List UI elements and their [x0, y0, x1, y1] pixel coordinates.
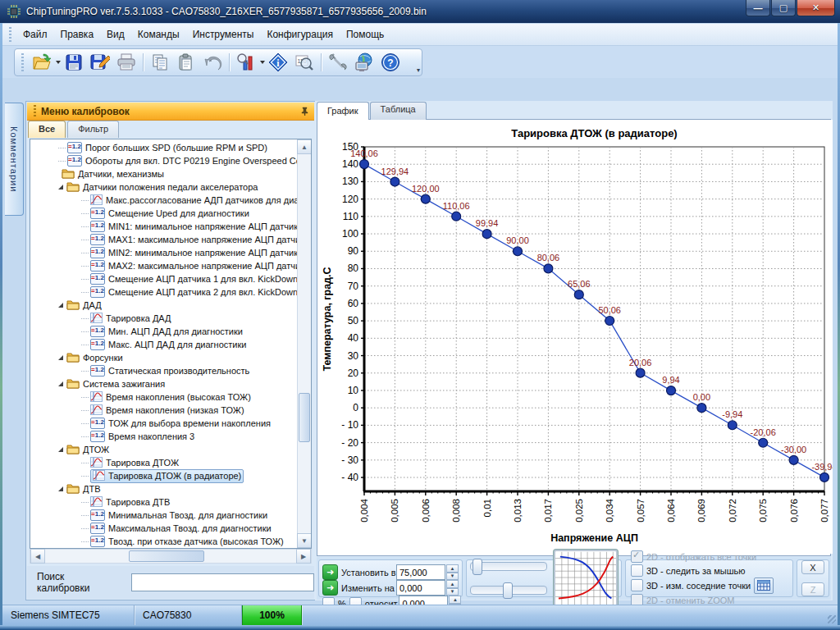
set-to-input[interactable]: [396, 564, 445, 580]
tree-item[interactable]: Тарировка ДТВ: [30, 495, 298, 509]
tree-item[interactable]: Время накопления (низкая ТОЖ): [30, 404, 298, 417]
slider-1-thumb[interactable]: [472, 559, 482, 575]
open-dropdown-caret[interactable]: [56, 61, 61, 64]
tree-item[interactable]: =1.2Минимальная Твозд. для диагностики: [30, 509, 298, 522]
tree-item[interactable]: =1.2Смещение АЦП датчика 1 для вкл. Kick…: [30, 272, 298, 285]
save-as-icon[interactable]: [89, 52, 112, 73]
tree-item[interactable]: =1.2Смещение АЦП датчика 2 для вкл. Kick…: [30, 285, 298, 299]
open-icon[interactable]: [30, 52, 53, 73]
tree-item[interactable]: =1.2Обороты для вкл. DTC P0219 Engine Ov…: [30, 154, 298, 167]
copy-icon[interactable]: [148, 52, 171, 73]
horizontal-scroll-thumb[interactable]: [129, 550, 204, 562]
vertical-scroll-thumb[interactable]: [299, 393, 310, 442]
menu-Правка[interactable]: Правка: [54, 25, 101, 43]
x-axis-button[interactable]: X: [801, 560, 824, 574]
chart-area[interactable]: 1501401301201101009080706050403020100- 1…: [317, 119, 831, 556]
tree-folder[interactable]: ДТВ: [30, 482, 298, 495]
tree-folder[interactable]: ДТОЖ: [30, 443, 298, 456]
z-axis-button[interactable]: Z: [801, 582, 824, 596]
menubar-grip[interactable]: [9, 27, 11, 42]
web-icon[interactable]: [353, 52, 376, 73]
tree-item[interactable]: =1.2Мин. АЦП ДАД для диагностики: [30, 325, 298, 338]
tree-item[interactable]: Тарировка ДАД: [30, 312, 298, 325]
menu-Вид[interactable]: Вид: [100, 25, 131, 43]
toolbar-overflow-button[interactable]: ▾: [417, 66, 420, 74]
tree-horizontal-scrollbar[interactable]: ◀ ▶: [30, 549, 312, 564]
tree-item[interactable]: =1.2Смещение Uped для диагностики: [30, 207, 298, 220]
tab-Все[interactable]: Все: [28, 121, 66, 138]
tree-vertical-scrollbar[interactable]: ▲ ▼: [297, 139, 311, 548]
scroll-down-button[interactable]: ▼: [297, 533, 312, 548]
menu-Файл[interactable]: Файл: [16, 25, 54, 43]
scroll-right-button[interactable]: ▶: [296, 549, 311, 564]
tree-item[interactable]: =1.2Статическая производительность: [30, 364, 298, 377]
slider-2[interactable]: [470, 586, 547, 595]
panel-header-grip[interactable]: [34, 105, 36, 117]
save-icon[interactable]: [62, 52, 85, 73]
expanded-arrow-icon[interactable]: [58, 185, 63, 189]
tree-item[interactable]: =1.2Твозд. при отказе датчика (высокая Т…: [30, 535, 298, 548]
scroll-up-button[interactable]: ▲: [297, 139, 312, 154]
help-icon[interactable]: ?: [379, 52, 402, 73]
apply-change-button[interactable]: ➜: [322, 580, 338, 596]
tree-folder[interactable]: Форсунки: [30, 351, 298, 364]
tree-item-label: ТОЖ для выбора времени накопления: [108, 418, 271, 428]
close-button[interactable]: ✕: [797, 0, 835, 16]
apply-set-button[interactable]: ➜: [322, 564, 338, 580]
tree-item[interactable]: Тарировка ДТОЖ: [30, 456, 298, 469]
tree-folder[interactable]: ДАД: [30, 299, 298, 312]
resize-grip[interactable]: [828, 615, 836, 623]
zoom-text-icon[interactable]: 110: [293, 52, 316, 73]
expanded-arrow-icon[interactable]: [58, 381, 63, 386]
tree-item[interactable]: =1.2Макс. АЦП ДАД для диагностики: [30, 338, 298, 351]
print-icon[interactable]: [115, 52, 138, 73]
tree-item[interactable]: =1.2MAX2: максимальное напряжение АЦП да…: [30, 259, 298, 272]
tree-item[interactable]: =1.2ТОЖ для выбора времени накопления: [30, 417, 298, 430]
paste-icon[interactable]: [175, 52, 198, 73]
expanded-arrow-icon[interactable]: [58, 486, 63, 491]
tree-item[interactable]: =1.2Порог больших SPD (большие RPM и SPD…: [30, 141, 298, 154]
expanded-arrow-icon[interactable]: [58, 303, 63, 308]
tools-icon[interactable]: [326, 52, 349, 73]
menu-Помощь[interactable]: Помощь: [340, 25, 390, 43]
pin-icon[interactable]: [298, 105, 311, 118]
info-icon[interactable]: i: [267, 52, 290, 73]
menu-Команды[interactable]: Команды: [131, 25, 186, 43]
comments-side-tab[interactable]: Комментарии: [5, 103, 24, 216]
checkbox-3D - следить за мышью[interactable]: [631, 564, 643, 577]
change-by-spinner[interactable]: ▲▼: [446, 580, 459, 596]
tree-folder[interactable]: Датчики положения педали акселератора: [30, 180, 298, 194]
tab-Таблица[interactable]: Таблица: [370, 102, 427, 120]
tree-item[interactable]: =1.2MIN1: минимальное напряжение АЦП дат…: [30, 220, 298, 233]
tab-График[interactable]: График: [317, 102, 369, 120]
expanded-arrow-icon[interactable]: [58, 355, 63, 360]
undo-icon[interactable]: [201, 52, 224, 73]
checkbox-3D - изм. соседние точки[interactable]: [631, 579, 643, 591]
tree-item[interactable]: =1.2MAX1: максимальное напряжение АЦП да…: [30, 233, 298, 246]
change-by-input[interactable]: [396, 580, 445, 596]
expanded-arrow-icon[interactable]: [58, 447, 63, 452]
chart-zoom-icon[interactable]: [235, 52, 258, 73]
checkbox-2D - отображать все точки[interactable]: [631, 550, 643, 563]
slider-1[interactable]: [470, 562, 547, 571]
tab-Фильтр[interactable]: Фильтр: [67, 121, 119, 138]
tree-item[interactable]: Время накопления (высокая ТОЖ): [30, 390, 298, 404]
tree-item[interactable]: =1.2Максимальная Твозд. для диагностики: [30, 522, 298, 535]
minimize-button[interactable]: —: [746, 0, 770, 16]
tree-item[interactable]: Макс.рассогласование АДП датчиков для ди…: [30, 194, 298, 207]
menu-Инструменты[interactable]: Инструменты: [186, 25, 261, 43]
set-to-spinner[interactable]: ▲▼: [446, 564, 459, 580]
menu-Конфигурация[interactable]: Конфигурация: [260, 25, 340, 43]
tree-item[interactable]: Тарировка ДТОЖ (в радиаторе): [30, 469, 298, 482]
chart-zoom-dropdown-caret[interactable]: [260, 61, 265, 64]
tree-item[interactable]: =1.2Время накопления 3: [30, 430, 298, 443]
tree-folder[interactable]: Система зажигания: [30, 377, 298, 390]
search-input[interactable]: [131, 573, 314, 591]
toolbar-grip[interactable]: [21, 53, 24, 71]
tree-folder[interactable]: Датчики, механизмы: [30, 167, 298, 180]
maximize-button[interactable]: ▢: [771, 0, 796, 16]
tree-item[interactable]: =1.2MIN2: минимальное напряжение АЦП дат…: [30, 246, 298, 259]
slider-2-thumb[interactable]: [503, 582, 513, 599]
grid-table-button[interactable]: [754, 578, 774, 594]
scroll-left-button[interactable]: ◀: [30, 549, 45, 564]
